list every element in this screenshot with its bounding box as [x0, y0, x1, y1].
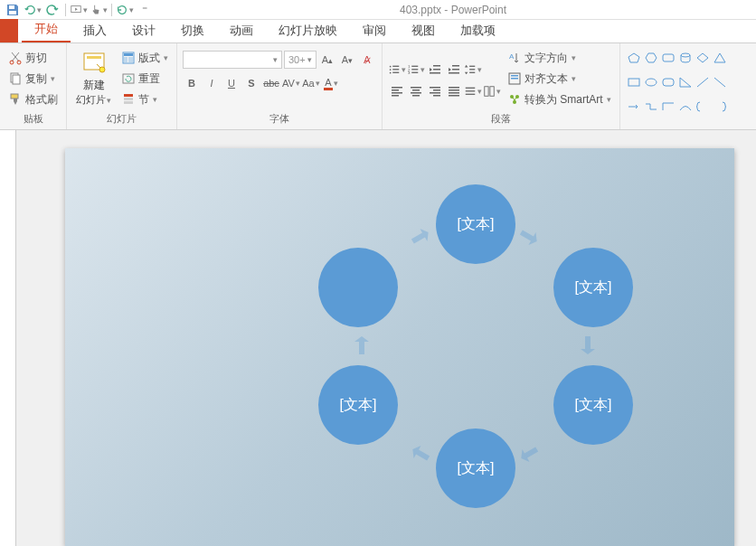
tab-review[interactable]: 审阅	[350, 19, 399, 42]
distribute-button[interactable]: ▾	[464, 83, 482, 99]
smartart-node-3[interactable]: [文本]	[436, 428, 515, 508]
svg-marker-69	[646, 53, 657, 62]
reset-label: 重置	[138, 71, 160, 87]
tab-insert[interactable]: 插入	[71, 19, 119, 42]
shape-rounded-icon[interactable]	[660, 51, 676, 64]
group-slides-label: 幻灯片	[72, 112, 171, 126]
shape-triangle-icon[interactable]	[712, 51, 728, 64]
columns-button[interactable]: ▾	[483, 83, 501, 99]
svg-rect-0	[9, 5, 14, 9]
shape-line2-icon[interactable]	[712, 75, 728, 89]
shape-oval-icon[interactable]	[643, 75, 659, 89]
save-icon[interactable]	[4, 2, 22, 18]
shape-rect-icon[interactable]	[626, 75, 642, 89]
reset-button[interactable]: 重置	[118, 70, 171, 89]
clear-format-button[interactable]: A̷	[358, 51, 376, 69]
qat-more-icon[interactable]: ⁼	[136, 2, 154, 18]
layout-button[interactable]: 版式▾	[118, 49, 171, 68]
shape-rtriangle-icon[interactable]	[677, 75, 694, 89]
align-center-button[interactable]	[407, 83, 425, 99]
font-color-button[interactable]: A▾	[322, 74, 340, 92]
shape-brace-icon[interactable]	[695, 100, 711, 114]
text-direction-button[interactable]: A文字方向▾	[505, 49, 614, 68]
shape-cylinder-icon[interactable]	[677, 51, 694, 64]
svg-rect-52	[449, 87, 459, 89]
justify-button[interactable]	[445, 83, 463, 99]
align-left-button[interactable]	[388, 83, 406, 99]
smartart-node-1[interactable]: [文本]	[553, 248, 633, 327]
slide[interactable]: [文本] [文本] [文本] [文本] [文本]	[65, 148, 734, 546]
group-paragraph-label: 段落	[388, 112, 614, 126]
svg-point-21	[390, 69, 392, 71]
shape-roundrect-icon[interactable]	[660, 75, 676, 89]
new-slide-button[interactable]: 新建 幻灯片▾	[72, 47, 115, 110]
italic-button[interactable]: I	[203, 74, 221, 92]
redo-icon[interactable]	[43, 2, 61, 18]
font-family-input[interactable]: ▾	[183, 51, 282, 69]
smartart-node-4[interactable]: [文本]	[318, 365, 398, 445]
shape-arrow-icon[interactable]	[626, 100, 642, 114]
touch-mode-icon[interactable]: ▾	[90, 2, 108, 18]
svg-rect-16	[124, 94, 133, 97]
convert-smartart-button[interactable]: 转换为 SmartArt▾	[505, 90, 614, 109]
align-text-button[interactable]: 对齐文本▾	[505, 70, 614, 89]
tab-design[interactable]: 设计	[119, 19, 168, 42]
tab-animation[interactable]: 动画	[217, 19, 266, 42]
shape-pentagon-icon[interactable]	[626, 51, 642, 64]
svg-rect-30	[411, 72, 418, 73]
svg-rect-22	[392, 69, 399, 70]
svg-rect-45	[412, 89, 420, 91]
file-tab[interactable]	[0, 19, 18, 42]
shape-line-icon[interactable]	[695, 75, 711, 89]
line-spacing-button[interactable]: ▾	[464, 61, 482, 78]
shape-curve-icon[interactable]	[677, 100, 694, 114]
undo-icon[interactable]: ▾	[24, 2, 42, 18]
tab-addins[interactable]: 加载项	[448, 19, 508, 42]
shape-hexagon-icon[interactable]	[643, 51, 659, 64]
changecase-button[interactable]: Aa▾	[302, 74, 320, 92]
font-size-input[interactable]: 30+▾	[284, 51, 317, 69]
shadow-button[interactable]: S	[242, 74, 260, 92]
tab-view[interactable]: 视图	[399, 19, 448, 42]
tab-slideshow[interactable]: 幻灯片放映	[266, 19, 350, 42]
increase-indent-button[interactable]	[445, 61, 463, 78]
shape-elbow-icon[interactable]	[660, 100, 676, 114]
copy-button[interactable]: 复制 ▾	[5, 70, 61, 89]
shape-brace2-icon[interactable]	[712, 100, 728, 114]
shrink-font-button[interactable]: A▾	[338, 51, 356, 69]
tab-transition[interactable]: 切换	[168, 19, 217, 42]
align-right-button[interactable]	[426, 83, 444, 99]
shapes-gallery[interactable]	[626, 51, 728, 124]
strike-button[interactable]: abc	[262, 74, 280, 92]
shape-connector-icon[interactable]	[643, 100, 659, 114]
tab-start[interactable]: 开始	[22, 17, 71, 42]
cut-button[interactable]: 剪切	[5, 49, 61, 68]
svg-rect-13	[124, 57, 128, 62]
svg-rect-37	[469, 66, 475, 67]
svg-rect-1	[9, 11, 16, 14]
smartart-cycle[interactable]: [文本] [文本] [文本] [文本] [文本]	[300, 184, 644, 537]
bold-button[interactable]: B	[183, 74, 201, 92]
grow-font-button[interactable]: A▴	[318, 51, 336, 69]
svg-rect-74	[628, 79, 639, 86]
svg-rect-64	[511, 78, 518, 80]
svg-rect-56	[466, 88, 476, 89]
shape-diamond-icon[interactable]	[695, 51, 711, 64]
vertical-ruler	[0, 130, 16, 546]
underline-button[interactable]: U	[222, 74, 241, 92]
spacing-button[interactable]: AV▾	[282, 74, 300, 92]
refresh-icon[interactable]: ▾	[116, 2, 134, 18]
svg-marker-68	[628, 53, 639, 62]
decrease-indent-button[interactable]	[426, 61, 444, 78]
format-painter-label: 格式刷	[25, 92, 58, 108]
numbering-button[interactable]: 123▾	[407, 61, 425, 78]
section-button[interactable]: 节▾	[118, 90, 171, 109]
smartart-node-2[interactable]: [文本]	[553, 365, 633, 445]
bullets-button[interactable]: ▾	[388, 61, 406, 78]
slideshow-icon[interactable]: ▾	[70, 2, 88, 18]
format-painter-button[interactable]: 格式刷	[5, 90, 61, 109]
svg-rect-34	[452, 65, 459, 67]
smartart-node-0[interactable]: [文本]	[436, 184, 515, 264]
svg-rect-18	[124, 101, 133, 104]
smartart-node-5[interactable]	[318, 248, 398, 327]
